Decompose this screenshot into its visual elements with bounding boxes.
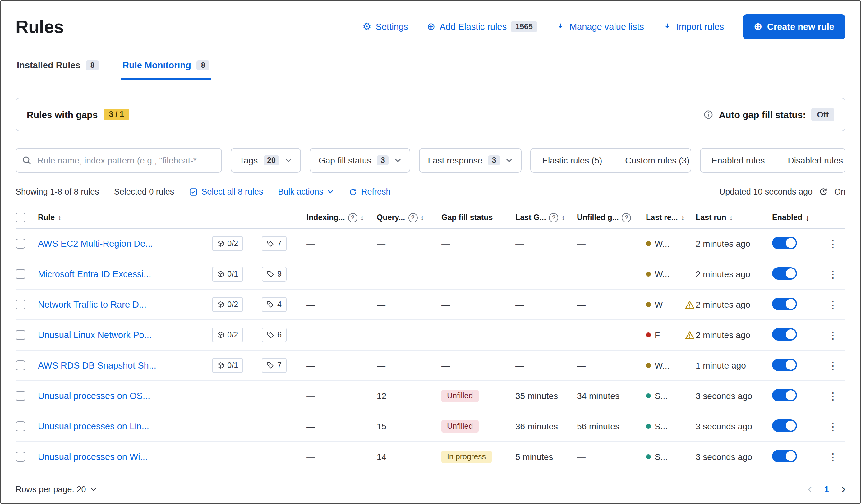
rule-name-link[interactable]: Unusual processes on OS... <box>38 391 150 401</box>
tags-badge[interactable]: 6 <box>262 327 287 342</box>
import-rules-button[interactable]: Import rules <box>663 22 724 32</box>
row-actions-button[interactable]: ⋮ <box>824 298 842 310</box>
gap-fill-status-cell: — <box>441 299 515 309</box>
select-all-icon <box>189 187 198 196</box>
rule-name-link[interactable]: AWS EC2 Multi-Region De... <box>38 239 153 249</box>
rule-enabled-toggle[interactable] <box>772 297 797 310</box>
column-header-last-gap[interactable]: Last G... ? ↕ <box>515 213 577 222</box>
next-page-icon[interactable]: › <box>842 482 846 496</box>
package-icon <box>217 362 224 369</box>
sort-icon[interactable]: ↕ <box>421 214 424 221</box>
rule-enabled-toggle[interactable] <box>772 419 797 432</box>
tags-badge[interactable]: 4 <box>262 297 287 312</box>
select-all-rules-button[interactable]: Select all 8 rules <box>189 187 263 196</box>
table-row: Unusual processes on Lin... — 15 Unfille… <box>15 411 846 442</box>
sort-icon[interactable]: ↕ <box>562 214 565 221</box>
integrations-badge[interactable]: 0/2 <box>212 327 243 342</box>
last-response-filter-button[interactable]: Last response 3 <box>419 148 522 173</box>
column-header-query[interactable]: Query... ? ↕ <box>377 213 441 222</box>
rows-per-page-button[interactable]: Rows per page: 20 <box>15 485 97 494</box>
sort-desc-icon[interactable]: ↓ <box>805 213 809 222</box>
gap-fill-status-filter-button[interactable]: Gap fill status 3 <box>310 148 411 173</box>
integrations-badge[interactable]: 0/1 <box>212 267 243 281</box>
sort-icon[interactable]: ↕ <box>360 214 364 221</box>
refresh-button[interactable]: Refresh <box>349 187 391 196</box>
warning-triangle-icon[interactable] <box>685 300 694 309</box>
tags-filter-button[interactable]: Tags 20 <box>231 148 301 173</box>
row-actions-button[interactable]: ⋮ <box>824 268 842 280</box>
custom-rules-filter-button[interactable]: Custom rules (3) <box>613 149 691 172</box>
rule-source-button-group: Elastic rules (5) Custom rules (3) <box>530 148 691 173</box>
help-icon[interactable]: ? <box>622 213 631 222</box>
previous-page-icon[interactable]: ‹ <box>808 482 812 496</box>
rule-name-link[interactable]: AWS RDS DB Snapshot Sh... <box>38 361 156 370</box>
rule-state-button-group: Enabled rules Disabled rules <box>700 148 846 173</box>
rule-name-link[interactable]: Unusual Linux Network Po... <box>38 330 152 340</box>
manage-value-lists-button[interactable]: Manage value lists <box>556 22 644 32</box>
indexing-cell: — <box>306 391 377 401</box>
tab-installed-rules-count: 8 <box>86 60 99 70</box>
row-actions-button[interactable]: ⋮ <box>824 360 842 371</box>
row-checkbox[interactable] <box>15 299 26 309</box>
tags-badge[interactable]: 7 <box>262 358 287 373</box>
row-actions-button[interactable]: ⋮ <box>824 420 842 432</box>
chevron-down-icon <box>285 157 292 164</box>
integrations-badge[interactable]: 0/2 <box>212 236 243 251</box>
column-header-enabled[interactable]: Enabled ↓ <box>772 213 824 222</box>
rule-name-link[interactable]: Microsoft Entra ID Excessi... <box>38 269 151 279</box>
rule-name-link[interactable]: Network Traffic to Rare D... <box>38 299 146 309</box>
row-checkbox[interactable] <box>15 239 26 249</box>
row-checkbox[interactable] <box>15 361 26 370</box>
help-icon[interactable]: ? <box>348 213 357 222</box>
help-icon[interactable]: ? <box>549 213 559 222</box>
help-icon[interactable]: ? <box>408 213 418 222</box>
enabled-rules-filter-button[interactable]: Enabled rules <box>700 149 776 172</box>
rule-enabled-toggle[interactable] <box>772 358 797 371</box>
last-gap-cell: 35 minutes <box>515 391 577 401</box>
time-refresh-icon[interactable] <box>819 187 828 196</box>
disabled-rules-filter-button[interactable]: Disabled rules <box>776 149 846 172</box>
rule-enabled-toggle[interactable] <box>772 267 797 279</box>
sort-icon[interactable]: ↕ <box>58 214 61 221</box>
elastic-rules-filter-button[interactable]: Elastic rules (5) <box>531 149 613 172</box>
rule-name-link[interactable]: Unusual processes on Wi... <box>38 452 148 462</box>
auto-refresh-status: Updated 10 seconds ago On <box>719 187 846 196</box>
bulk-actions-button[interactable]: Bulk actions <box>278 187 334 196</box>
settings-button[interactable]: ⚙ Settings <box>363 22 408 32</box>
sort-icon[interactable]: ↕ <box>729 214 733 221</box>
row-checkbox[interactable] <box>15 391 26 401</box>
integrations-badge[interactable]: 0/2 <box>212 297 243 312</box>
indexing-cell: — <box>306 239 377 249</box>
column-header-rule[interactable]: Rule ↕ <box>38 213 306 222</box>
rule-search-input[interactable] <box>15 148 222 173</box>
rule-enabled-toggle[interactable] <box>772 389 797 401</box>
warning-triangle-icon[interactable] <box>685 330 694 340</box>
tab-rule-monitoring[interactable]: Rule Monitoring 8 <box>121 60 211 80</box>
rule-enabled-toggle[interactable] <box>772 328 797 340</box>
column-header-unfilled-gap[interactable]: Unfilled g... ? <box>577 213 646 222</box>
tags-badge[interactable]: 9 <box>262 267 287 281</box>
create-new-rule-button[interactable]: ⊕ Create new rule <box>742 14 846 39</box>
tab-installed-rules[interactable]: Installed Rules 8 <box>15 60 100 80</box>
tags-badge[interactable]: 7 <box>262 236 287 251</box>
row-checkbox[interactable] <box>15 269 26 279</box>
info-icon[interactable] <box>704 110 713 119</box>
add-elastic-rules-button[interactable]: ⊕ Add Elastic rules 1565 <box>427 21 537 32</box>
row-checkbox[interactable] <box>15 330 26 340</box>
row-checkbox[interactable] <box>15 421 26 431</box>
rule-enabled-toggle[interactable] <box>772 450 797 462</box>
sort-icon[interactable]: ↕ <box>681 214 684 221</box>
row-actions-button[interactable]: ⋮ <box>824 451 842 463</box>
column-header-last-response[interactable]: Last re... ↕ <box>646 213 696 222</box>
select-all-checkbox[interactable] <box>15 212 26 223</box>
row-checkbox[interactable] <box>15 452 26 462</box>
row-actions-button[interactable]: ⋮ <box>824 329 842 341</box>
column-header-last-run[interactable]: Last run ↕ <box>696 213 772 222</box>
row-actions-button[interactable]: ⋮ <box>824 390 842 402</box>
page-number[interactable]: 1 <box>824 484 829 494</box>
rule-name-link[interactable]: Unusual processes on Lin... <box>38 421 149 431</box>
rule-enabled-toggle[interactable] <box>772 237 797 249</box>
column-header-indexing[interactable]: Indexing... ? ↕ <box>306 213 377 222</box>
row-actions-button[interactable]: ⋮ <box>824 238 842 250</box>
integrations-badge[interactable]: 0/1 <box>212 358 243 373</box>
